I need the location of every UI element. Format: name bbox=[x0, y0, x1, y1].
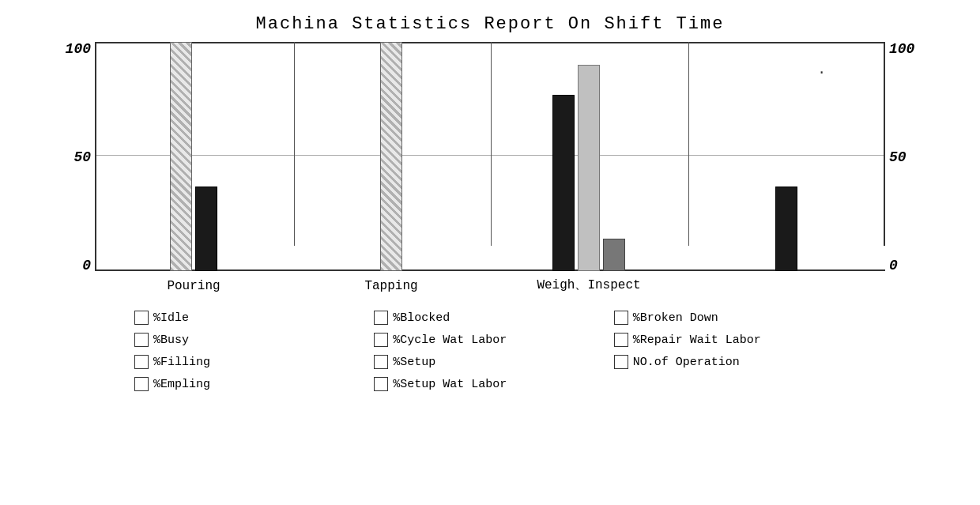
legend-label-broken-down: %Broken Down bbox=[633, 311, 718, 325]
y-axis-left: 100 50 0 bbox=[55, 42, 95, 295]
legend-item-blocked: %Blocked bbox=[374, 311, 605, 325]
chart-area: 100 50 0 100 50 0 bbox=[55, 42, 925, 295]
legend-box-cycle-wat bbox=[374, 333, 388, 347]
group-tapping: Tapping bbox=[292, 42, 490, 271]
legend-label-no-operation: NO.of Operation bbox=[633, 356, 740, 369]
bar-weigh-medgray bbox=[603, 239, 625, 271]
legend-label-busy: %Busy bbox=[153, 334, 189, 347]
y-label-50-right: 50 bbox=[889, 150, 906, 164]
page: Machina Statistics Report On Shift Time … bbox=[0, 0, 980, 505]
y-label-0-left: 0 bbox=[82, 258, 91, 273]
legend-item-busy: %Busy bbox=[134, 333, 366, 347]
legend-item-setup-wat: %Setup Wat Labor bbox=[374, 377, 605, 391]
legend-label-idle: %Idle bbox=[153, 311, 189, 325]
group-label-tapping: Tapping bbox=[364, 279, 417, 293]
legend-box-broken-down bbox=[614, 311, 628, 325]
bar-weigh-lightgray bbox=[578, 65, 600, 271]
chart-inner: Pouring Tapping bbox=[95, 42, 885, 295]
legend-label-blocked: %Blocked bbox=[393, 311, 450, 325]
legend-box-busy bbox=[134, 333, 149, 347]
group-label-weigh-inspect: Weigh、Inspect bbox=[537, 277, 640, 293]
page-title: Machina Statistics Report On Shift Time bbox=[0, 0, 980, 42]
bar-last-dark bbox=[775, 187, 797, 271]
legend-label-filling: %Filling bbox=[153, 356, 210, 369]
legend-box-setup bbox=[374, 355, 388, 369]
legend-label-cycle-wat: %Cycle Wat Labor bbox=[393, 334, 507, 347]
legend-label-setup: %Setup bbox=[393, 356, 435, 369]
bar-pouring-hatched bbox=[170, 42, 192, 271]
group-pouring: Pouring bbox=[95, 42, 292, 271]
y-label-50-left: 50 bbox=[74, 150, 91, 164]
dot-marker: · bbox=[817, 65, 826, 81]
bars-container: Pouring Tapping bbox=[95, 42, 885, 271]
y-label-100-right: 100 bbox=[889, 42, 914, 56]
legend-item-no-operation: NO.of Operation bbox=[614, 355, 846, 369]
legend-item-broken-down: %Broken Down bbox=[614, 311, 846, 325]
legend-item-cycle-wat: %Cycle Wat Labor bbox=[374, 333, 605, 347]
legend-label-repair-wait: %Repair Wait Labor bbox=[633, 334, 761, 347]
y-label-0-right: 0 bbox=[889, 258, 898, 273]
legend-box-filling bbox=[134, 355, 149, 369]
legend-label-empling: %Empling bbox=[153, 378, 210, 391]
legend-label-setup-wat: %Setup Wat Labor bbox=[393, 378, 507, 391]
legend-box-setup-wat bbox=[374, 377, 388, 391]
legend-item-empling: %Empling bbox=[134, 377, 366, 391]
y-label-100-left: 100 bbox=[66, 42, 91, 56]
bar-weigh-dark bbox=[552, 95, 575, 271]
legend-item-empty bbox=[614, 377, 846, 391]
y-axis-right: 100 50 0 bbox=[885, 42, 925, 295]
bar-tapping-hatched bbox=[380, 42, 402, 271]
legend-box-idle bbox=[134, 311, 149, 325]
bar-pouring-dark bbox=[195, 187, 217, 271]
group-last: · bbox=[688, 42, 885, 271]
legend: %Idle %Blocked %Broken Down %Busy %Cycle… bbox=[134, 311, 846, 391]
legend-item-filling: %Filling bbox=[134, 355, 366, 369]
legend-item-repair-wait: %Repair Wait Labor bbox=[614, 333, 846, 347]
group-label-pouring: Pouring bbox=[167, 279, 220, 293]
legend-box-repair-wait bbox=[614, 333, 628, 347]
legend-item-setup: %Setup bbox=[374, 355, 605, 369]
legend-box-empling bbox=[134, 377, 149, 391]
legend-box-blocked bbox=[374, 311, 388, 325]
legend-item-idle: %Idle bbox=[134, 311, 366, 325]
group-weigh-inspect: Weigh、Inspect bbox=[490, 42, 688, 271]
legend-box-no-operation bbox=[614, 355, 628, 369]
